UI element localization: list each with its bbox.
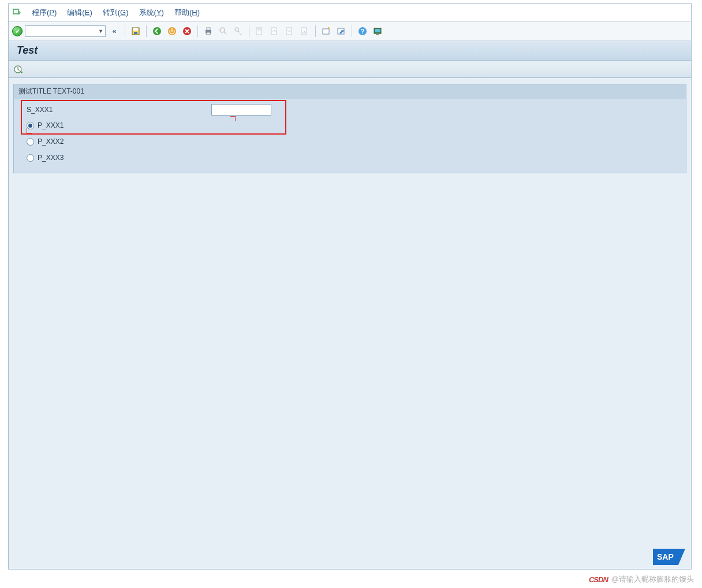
- shortcut-button[interactable]: [335, 25, 348, 38]
- help-button[interactable]: ?: [356, 25, 369, 38]
- svg-rect-7: [207, 28, 210, 30]
- titlebar: Test: [9, 41, 691, 61]
- toolbar-separator: [352, 25, 352, 37]
- app-toolbar: [9, 61, 691, 78]
- radio-label: P_XXX2: [38, 137, 64, 146]
- prev-page-button[interactable]: [268, 25, 281, 38]
- field-row-sxxx1: S_XXX1: [14, 102, 686, 117]
- toolbar-separator: [146, 25, 147, 37]
- radio-button[interactable]: [27, 154, 34, 162]
- svg-text:SAP: SAP: [657, 552, 674, 561]
- menu-program[interactable]: 程序(P): [32, 8, 57, 18]
- selection-groupbox: 测试TITLE TEXT-001 S_XXX1 P_XXX1 P_XXX2: [13, 84, 686, 173]
- next-page-button[interactable]: [283, 25, 296, 38]
- watermark-brand: CSDN: [589, 575, 608, 584]
- content-area: 测试TITLE TEXT-001 S_XXX1 P_XXX1 P_XXX2: [9, 78, 691, 569]
- toolbar-separator: [197, 25, 198, 37]
- sap-logo: SAP: [653, 549, 685, 567]
- radio-label: P_XXX1: [38, 121, 64, 129]
- layout-button[interactable]: [371, 25, 384, 38]
- radio-button[interactable]: [27, 138, 34, 146]
- dropdown-arrow-icon[interactable]: ▼: [98, 28, 103, 34]
- save-button[interactable]: [129, 25, 142, 38]
- svg-point-3: [153, 27, 161, 35]
- new-session-button[interactable]: [320, 25, 333, 38]
- svg-text:?: ?: [361, 28, 365, 35]
- toolbar-separator: [249, 25, 249, 37]
- field-label: S_XXX1: [27, 106, 211, 114]
- menu-help[interactable]: 帮助(H): [174, 8, 200, 18]
- main-window: 程序(P) 编辑(E) 转到(G) 系统(Y) 帮助(H) ✓ ▼ «: [8, 3, 692, 570]
- menu-dropdown-icon[interactable]: [12, 8, 21, 17]
- page-title: Test: [17, 44, 38, 57]
- execute-icon[interactable]: [13, 64, 24, 75]
- field-input-sxxx1[interactable]: [211, 104, 271, 116]
- last-page-button[interactable]: [298, 25, 311, 38]
- exit-button[interactable]: [166, 25, 178, 38]
- groupbox-title: 测试TITLE TEXT-001: [14, 84, 686, 99]
- svg-rect-2: [134, 32, 137, 34]
- toolbar-separator: [125, 25, 125, 37]
- watermark-text: @请输入昵称膨胀的馒头: [611, 574, 694, 585]
- find-button[interactable]: [217, 25, 230, 38]
- back-button[interactable]: [151, 25, 163, 38]
- command-field[interactable]: ▼: [25, 25, 106, 37]
- svg-rect-8: [207, 32, 210, 35]
- find-next-button[interactable]: [232, 25, 245, 38]
- radio-button[interactable]: [27, 122, 34, 129]
- menu-edit[interactable]: 编辑(E): [67, 8, 92, 18]
- radio-row-pxxx2[interactable]: P_XXX2: [14, 133, 686, 150]
- toolbar-separator: [315, 25, 316, 37]
- svg-rect-15: [323, 29, 329, 34]
- enter-icon[interactable]: ✓: [12, 26, 23, 36]
- radio-label: P_XXX3: [38, 154, 64, 162]
- first-page-button[interactable]: [253, 25, 266, 38]
- menu-goto[interactable]: 转到(G): [103, 8, 129, 18]
- svg-rect-20: [375, 29, 380, 32]
- svg-rect-21: [376, 34, 379, 35]
- collapse-button[interactable]: «: [108, 25, 121, 38]
- menubar: 程序(P) 编辑(E) 转到(G) 系统(Y) 帮助(H): [9, 4, 691, 21]
- svg-point-9: [220, 28, 225, 32]
- print-button[interactable]: [202, 25, 215, 38]
- watermark: CSDN @请输入昵称膨胀的馒头: [589, 574, 694, 585]
- toolbar: ✓ ▼ «: [9, 21, 691, 41]
- radio-row-pxxx1[interactable]: P_XXX1: [14, 117, 686, 133]
- radio-row-pxxx3[interactable]: P_XXX3: [14, 150, 686, 166]
- menu-system[interactable]: 系统(Y): [139, 8, 164, 18]
- cancel-button[interactable]: [181, 25, 193, 38]
- svg-rect-1: [133, 28, 138, 31]
